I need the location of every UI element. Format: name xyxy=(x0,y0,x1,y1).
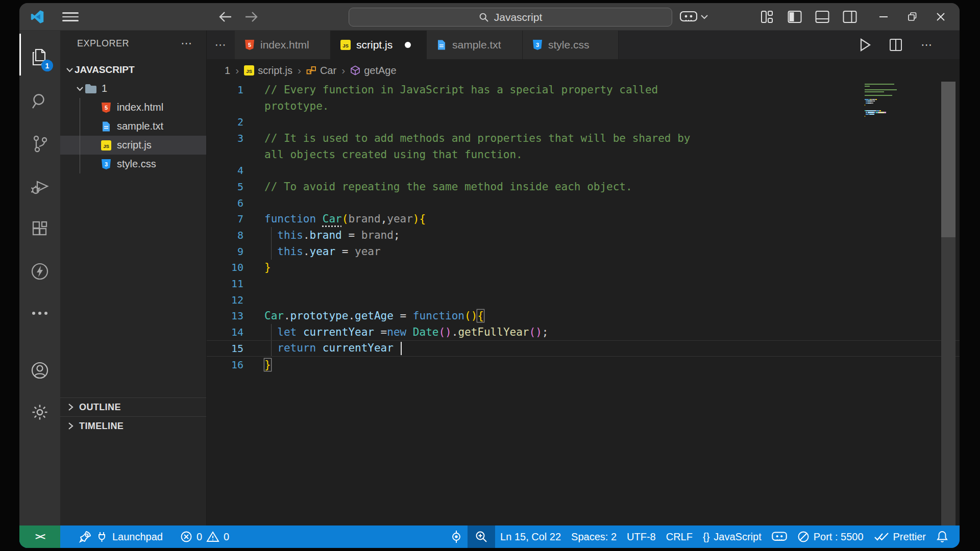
more-views-icon[interactable] xyxy=(19,298,60,329)
file-label: sample.txt xyxy=(117,120,163,132)
tab-index.html[interactable]: 5index.html xyxy=(235,31,331,59)
code-text: // Every function in JavaScript has a sp… xyxy=(243,84,658,96)
command-center-search[interactable]: Javascript xyxy=(349,8,672,27)
svg-text:3: 3 xyxy=(105,161,108,167)
line-number: 8 xyxy=(207,229,243,241)
source-control-icon[interactable] xyxy=(19,129,60,159)
folder-row-1[interactable]: 1 xyxy=(60,79,206,98)
minimap-line xyxy=(865,99,937,100)
code-line-8[interactable]: 8 this.brand = brand; xyxy=(207,227,960,243)
tab-overflow-icon[interactable]: ⋯ xyxy=(207,31,235,59)
explorer-view-icon[interactable]: 1 xyxy=(19,42,60,72)
code-line-12[interactable]: 12 xyxy=(207,292,960,308)
remote-indicator[interactable]: >< xyxy=(19,525,60,548)
copilot-menu-button[interactable] xyxy=(680,10,708,24)
code-line-13[interactable]: 13Car.prototype.getAge = function(){ xyxy=(207,308,960,324)
toggle-panel-icon[interactable] xyxy=(813,7,832,27)
zoom-indicator[interactable] xyxy=(468,525,495,548)
account-icon[interactable] xyxy=(19,355,60,386)
line-number: 4 xyxy=(207,164,243,177)
search-query-text: Javascript xyxy=(494,11,543,23)
code-text: function Car(brand,year){ xyxy=(243,213,426,225)
forward-arrow-icon[interactable] xyxy=(244,9,259,24)
code-line-7[interactable]: 7function Car(brand,year){ xyxy=(207,211,960,228)
vertical-scrollbar[interactable] xyxy=(941,82,955,525)
back-arrow-icon[interactable] xyxy=(217,9,233,24)
file-label: index.html xyxy=(117,102,163,113)
run-debug-icon[interactable] xyxy=(19,171,60,202)
code-text: let currentYear =new Date().getFullYear(… xyxy=(243,326,548,338)
file-row-style.css[interactable]: 3style.css xyxy=(60,155,206,173)
run-file-button[interactable] xyxy=(856,36,874,54)
minimap[interactable] xyxy=(865,84,937,117)
code-text: this.year = year xyxy=(243,245,381,258)
workspace-row[interactable]: JAVASCRIPT xyxy=(60,60,206,79)
breadcrumb-item-Car[interactable]: Car xyxy=(306,65,336,77)
search-view-icon[interactable] xyxy=(19,86,60,116)
settings-gear-icon[interactable] xyxy=(19,397,60,428)
file-row-script.js[interactable]: JSscript.js xyxy=(60,136,206,155)
code-text: this.brand = brand; xyxy=(243,229,400,241)
split-editor-button[interactable] xyxy=(887,36,904,54)
live-server-port-status[interactable]: Port : 5500 xyxy=(792,525,869,548)
svg-text:5: 5 xyxy=(248,42,251,48)
dirty-indicator[interactable] xyxy=(405,42,411,48)
js-file-icon: JS xyxy=(244,65,254,76)
code-line-wrap[interactable]: all objects created using that function. xyxy=(207,146,960,163)
copilot-status[interactable] xyxy=(767,525,792,548)
code-line-4[interactable]: 4 xyxy=(207,162,960,179)
toggle-secondary-sidebar-icon[interactable] xyxy=(840,7,860,27)
code-line-9[interactable]: 9 this.year = year xyxy=(207,243,960,260)
restore-button[interactable] xyxy=(902,7,922,27)
file-row-index.html[interactable]: 5index.html xyxy=(60,98,206,117)
tab-sample.txt[interactable]: sample.txt xyxy=(427,31,523,59)
code-editor[interactable]: 1// Every function in JavaScript has a s… xyxy=(207,82,960,525)
file-tree: JAVASCRIPT15index.htmlsample.txtJSscript… xyxy=(60,60,206,173)
code-line-16[interactable]: 16} xyxy=(207,357,960,373)
close-button[interactable] xyxy=(931,7,950,27)
editor-more-actions-icon[interactable]: ⋯ xyxy=(918,36,935,54)
indent-guide xyxy=(80,98,80,173)
code-line-1[interactable]: 1// Every function in JavaScript has a s… xyxy=(207,82,960,98)
minimize-button[interactable] xyxy=(874,7,893,27)
timeline-section[interactable]: TIMELINE xyxy=(60,416,206,435)
extensions-icon[interactable] xyxy=(19,214,60,245)
code-line-6[interactable]: 6 xyxy=(207,195,960,211)
screencast-target-icon[interactable] xyxy=(445,525,468,548)
problems-button[interactable]: 0 0 xyxy=(175,525,234,548)
formatter-status[interactable]: Prettier xyxy=(869,525,931,548)
tab-script.js[interactable]: JSscript.js xyxy=(331,31,427,59)
notifications-bell[interactable] xyxy=(931,525,953,548)
customize-layout-icon[interactable] xyxy=(757,7,777,27)
code-line-wrap[interactable]: prototype. xyxy=(207,98,960,114)
code-line-3[interactable]: 3// It is used to add methods and proper… xyxy=(207,130,960,146)
scrollbar-thumb[interactable] xyxy=(941,82,955,237)
tab-bar: ⋯ 5index.htmlJSscript.jssample.txt3style… xyxy=(207,31,960,59)
live-server-icon[interactable] xyxy=(19,256,60,287)
language-mode-status[interactable]: {} JavaScript xyxy=(698,525,767,548)
indentation-status[interactable]: Spaces: 2 xyxy=(566,525,622,548)
toggle-primary-sidebar-icon[interactable] xyxy=(785,7,804,27)
code-line-5[interactable]: 5// To avoid repeating the same method i… xyxy=(207,179,960,195)
code-line-11[interactable]: 11 xyxy=(207,276,960,292)
minimap-line xyxy=(865,89,937,90)
outline-section[interactable]: OUTLINE xyxy=(60,397,206,416)
code-line-2[interactable]: 2 xyxy=(207,114,960,130)
line-number: 12 xyxy=(207,294,243,306)
file-row-sample.txt[interactable]: sample.txt xyxy=(60,117,206,136)
code-line-15[interactable]: 15 return currentYear xyxy=(207,340,960,357)
code-line-14[interactable]: 14 let currentYear =new Date().getFullYe… xyxy=(207,324,960,340)
minimap-line xyxy=(865,97,937,98)
code-line-10[interactable]: 10} xyxy=(207,260,960,276)
launchpad-button[interactable]: Launchpad xyxy=(74,525,168,548)
menu-icon[interactable] xyxy=(62,11,79,23)
eol-status[interactable]: CRLF xyxy=(661,525,698,548)
explorer-more-icon[interactable]: ⋯ xyxy=(181,37,192,50)
error-icon xyxy=(180,531,192,543)
cursor-position-status[interactable]: Ln 15, Col 22 xyxy=(495,525,566,548)
tab-style.css[interactable]: 3style.css xyxy=(523,31,619,59)
encoding-status[interactable]: UTF-8 xyxy=(622,525,661,548)
breadcrumb-item-script.js[interactable]: JSscript.js xyxy=(244,65,292,77)
breadcrumb-item-getAge[interactable]: getAge xyxy=(350,65,396,77)
breadcrumb-item-1[interactable]: 1 xyxy=(225,65,230,77)
